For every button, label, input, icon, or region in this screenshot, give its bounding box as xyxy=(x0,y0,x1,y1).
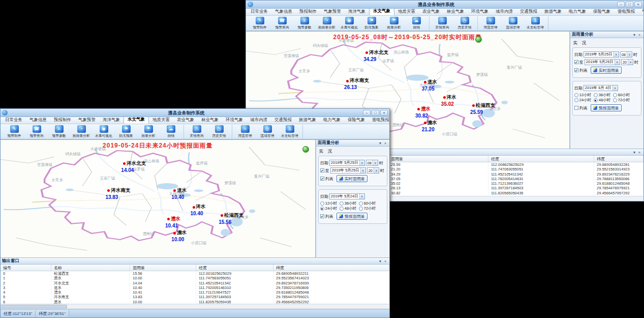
duration-radio[interactable]: 72小时 xyxy=(613,98,632,103)
menu-tab[interactable]: 旅游气象 xyxy=(541,9,565,15)
table-row[interactable]: 3 道水 10.40 111.792005146310 29.735021195… xyxy=(1,285,389,290)
toolbar-button[interactable]: ☁雨情 xyxy=(405,16,427,30)
duration-radio[interactable]: 60小时 xyxy=(359,201,378,206)
menu-tab[interactable]: 保险气象 xyxy=(590,9,614,15)
menu-tab[interactable]: 电力气象 xyxy=(320,117,344,124)
to-hour-combo[interactable]: 20∨ xyxy=(367,167,379,174)
toolbar-button[interactable]: ☁雨情 xyxy=(160,125,182,138)
toolbar-button[interactable]: ☎预警查询 xyxy=(271,16,293,30)
to-date-combo[interactable]: 2019年 5月25日∨ xyxy=(585,59,620,65)
menu-tab[interactable]: 气象预警 xyxy=(75,117,99,124)
dock-close-icon[interactable]: × xyxy=(383,259,388,263)
maximize-button[interactable]: □ xyxy=(372,110,379,115)
toolbar-button[interactable]: ⚓水文站管理 xyxy=(279,125,301,138)
pin-icon[interactable]: ▼ xyxy=(378,259,383,263)
toolbar-button[interactable]: ≈河流管理 xyxy=(479,16,502,30)
duration-radio[interactable]: 24小时 xyxy=(574,98,594,103)
duration-radio[interactable]: 48小时 xyxy=(340,206,359,211)
menu-tab[interactable]: 林业气象 xyxy=(443,9,468,15)
forecast-list-checkbox[interactable] xyxy=(574,106,578,110)
minimize-button[interactable]: – xyxy=(617,2,625,7)
duration-radio[interactable]: 12小时 xyxy=(320,201,340,206)
toolbar-button[interactable]: ◷历史灾情 xyxy=(453,16,476,30)
toolbar-button[interactable]: ⚓水文站管理 xyxy=(524,16,546,30)
menu-tab[interactable]: 交通预报 xyxy=(271,117,295,124)
table-row[interactable]: 2 涔水北支 14.04 111.452105411342 29.8923476… xyxy=(1,281,389,285)
duration-radio[interactable]: 36小时 xyxy=(340,201,359,206)
to-date-combo[interactable]: 2019年 5月25日∨ xyxy=(330,167,366,174)
table-row[interactable]: 5 涔水南支 13.83 111.397257184503 29.7854479… xyxy=(1,295,389,299)
from-hour-combo[interactable]: 08∨ xyxy=(366,160,378,166)
menu-tab[interactable]: 气象指数 xyxy=(638,9,643,15)
realtime-rainfall-button[interactable]: 实时面雨量 xyxy=(591,67,622,74)
menu-tab[interactable]: 农业气象 xyxy=(419,9,443,15)
toolbar-button[interactable]: ≡预警参数 xyxy=(293,16,316,30)
menu-tab[interactable]: 环境气象 xyxy=(468,9,492,15)
menu-tab[interactable]: 交通预报 xyxy=(516,9,541,15)
toolbar-button[interactable]: ◎流域管理 xyxy=(502,16,524,30)
list-checkbox[interactable] xyxy=(320,177,324,181)
menu-tab[interactable]: 地质灾害 xyxy=(394,9,419,15)
from-date-combo[interactable]: 2019年 5月25日∨ xyxy=(584,51,619,57)
menu-tab[interactable]: 预报制作 xyxy=(50,117,75,124)
table-row[interactable]: 6 澹水 10.00 111.820575059435 29.456645295… xyxy=(1,300,389,304)
close-button[interactable]: × xyxy=(380,110,388,115)
titlebar[interactable]: 澧县业务制作系统 – □ × xyxy=(246,1,643,9)
menu-tab[interactable]: 旅游气象 xyxy=(295,117,320,124)
toolbar-button[interactable]: ☎预警查询 xyxy=(25,125,48,138)
duration-radio[interactable]: 60小时 xyxy=(613,93,632,98)
toolbar-button[interactable]: ✎预警制作 xyxy=(249,16,271,30)
menu-tab[interactable]: 环境气象 xyxy=(222,117,247,124)
toolbar-button[interactable]: ✎预警制作 xyxy=(3,125,25,138)
forecast-rainfall-button[interactable]: 预报面雨量 xyxy=(591,104,622,111)
pin-icon[interactable]: ▼ xyxy=(378,141,383,145)
pin-icon[interactable]: ▼ xyxy=(632,33,637,37)
menu-tab[interactable]: 预报制作 xyxy=(296,9,320,15)
toolbar-button[interactable]: ≡预警参数 xyxy=(48,125,70,138)
table-row[interactable]: 0 松滋西支 15.56 112.001625625029 29.6890548… xyxy=(1,271,389,276)
toolbar-button[interactable]: ⚠灾情查询 xyxy=(186,125,208,138)
menu-tab[interactable]: 气象预警 xyxy=(320,9,345,15)
table-row[interactable]: 1 澹水 10.00 111.747563055051 29.552356741… xyxy=(1,276,389,280)
duration-radio[interactable]: 48小时 xyxy=(594,98,613,103)
titlebar[interactable]: 澧县业务制作系统 – □ × xyxy=(1,109,389,117)
duration-radio[interactable]: 72小时 xyxy=(359,206,378,211)
realtime-rainfall-button[interactable]: 实时面雨量 xyxy=(336,175,367,182)
toolbar-button[interactable]: ◷历史灾情 xyxy=(208,125,230,138)
forecast-rainfall-button[interactable]: 预报面雨量 xyxy=(336,213,367,220)
menu-tab[interactable]: 电力气象 xyxy=(565,9,590,15)
scrollbar-thumb[interactable] xyxy=(1,305,67,308)
duration-radio[interactable]: 12小时 xyxy=(574,93,594,98)
duration-radio[interactable]: 36小时 xyxy=(594,93,613,98)
toolbar-button[interactable]: ◉水库可视化 xyxy=(338,16,360,30)
from-date-combo[interactable]: 2019年 5月25日∨ xyxy=(329,160,365,166)
toolbar-button[interactable]: ⚑防汛预案 xyxy=(360,16,383,30)
toolbar-button[interactable]: ☂雨量分析 xyxy=(137,125,160,138)
menu-tab[interactable]: 保险气象 xyxy=(344,117,369,124)
menu-tab[interactable]: 水文气象 xyxy=(124,117,149,124)
toolbar-button[interactable]: ◉水库可视化 xyxy=(93,125,115,138)
menu-tab[interactable]: 海洋气象 xyxy=(99,117,124,124)
from-hour-combo[interactable]: 08∨ xyxy=(620,51,632,57)
forecast-date-combo[interactable]: 2019年 6月 4日∨ xyxy=(584,85,618,91)
forecast-date-combo[interactable]: 2019年 5月24日∨ xyxy=(329,193,365,199)
toolbar-button[interactable]: ⚠灾情查询 xyxy=(431,16,453,30)
menu-tab[interactable]: 日常业务 xyxy=(247,9,271,15)
menu-tab[interactable]: 海洋气象 xyxy=(345,9,369,15)
to-hour-combo[interactable]: 20∨ xyxy=(621,59,633,65)
toolbar-button[interactable]: ◔面雨量分析 xyxy=(70,125,93,138)
to-checkbox[interactable] xyxy=(574,60,578,64)
panel-close-icon[interactable]: × xyxy=(383,141,388,145)
map-locate-button[interactable] xyxy=(302,146,309,153)
toolbar-button[interactable]: ≈河流管理 xyxy=(234,125,256,138)
toolbar-button[interactable]: ⚑防汛预案 xyxy=(115,125,137,138)
close-button[interactable]: × xyxy=(634,2,642,7)
map-view[interactable]: 2019-05-24日未来24小时预报面雨量 甘溪滩镇码头铺镇火连坡镇太青乡王家… xyxy=(1,140,316,257)
menu-tab[interactable]: 雷电预报 xyxy=(614,9,638,15)
minimize-button[interactable]: – xyxy=(363,110,371,115)
dock-close-icon[interactable]: × xyxy=(637,151,642,154)
table-row[interactable]: 4 澧水 10.41 111.711219647527 29.618801248… xyxy=(1,290,389,295)
list-checkbox[interactable] xyxy=(574,68,578,72)
menu-tab[interactable]: 水文气象 xyxy=(369,9,394,15)
menu-tab[interactable]: 农业气象 xyxy=(173,117,198,124)
